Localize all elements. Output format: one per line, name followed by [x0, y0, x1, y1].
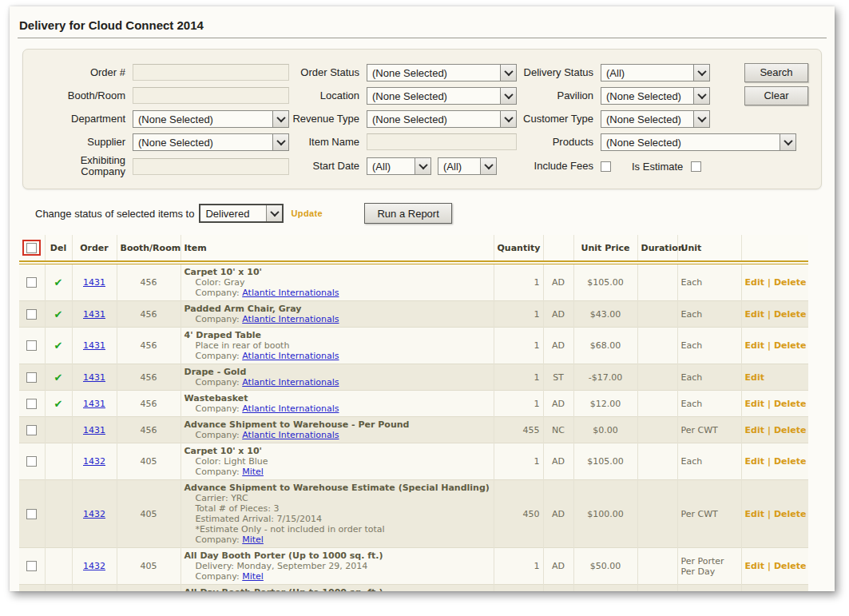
supplier-select[interactable]: (None Selected) [133, 133, 289, 151]
row-select-checkbox[interactable] [26, 277, 37, 288]
department-select[interactable]: (None Selected) [133, 110, 289, 128]
edit-link[interactable]: Edit [745, 425, 764, 435]
select-all-checkbox[interactable] [26, 243, 37, 253]
delete-link[interactable]: Delete [774, 456, 807, 467]
company-link[interactable]: Mitel [242, 535, 264, 545]
order-status-select[interactable]: (None Selected) [367, 64, 517, 81]
customer-type-label: Customer Type [517, 113, 593, 125]
company-link[interactable]: Atlantic Internationals [242, 314, 339, 324]
table-row: 1432405All Day Booth Porter (Up to 1000 … [19, 585, 808, 592]
edit-link[interactable]: Edit [745, 372, 764, 383]
revenue-type-select[interactable]: (None Selected) [367, 110, 517, 128]
order-link[interactable]: 1431 [83, 340, 105, 351]
location-select[interactable]: (None Selected) [367, 87, 517, 105]
order-link[interactable]: 1431 [83, 372, 105, 383]
order-link[interactable]: 1431 [83, 425, 105, 435]
search-button[interactable]: Search [744, 63, 808, 82]
booth-cell: 456 [117, 264, 181, 301]
actions-cell: Edit|Delete [741, 301, 808, 328]
row-select-checkbox[interactable] [26, 340, 37, 351]
item-detail: Delivery: Monday, September 29, 2014 [184, 561, 490, 571]
company-link[interactable]: Atlantic Internationals [242, 403, 339, 414]
action-separator: | [768, 425, 771, 435]
is-estimate-checkbox[interactable] [691, 161, 701, 172]
row-select-checkbox[interactable] [26, 509, 37, 519]
booth-cell: 456 [117, 301, 181, 328]
booth-room-input[interactable] [133, 87, 289, 104]
actions-cell: Edit|Delete [741, 417, 808, 443]
unit-cell: Per CWT [677, 417, 741, 443]
revenue-code-cell: NC [543, 417, 573, 443]
include-fees-checkbox[interactable] [601, 161, 611, 172]
delivery-status-select[interactable]: (All) [601, 64, 710, 81]
run-report-button[interactable]: Run a Report [364, 203, 452, 224]
supplier-label: Supplier [36, 137, 125, 148]
row-select-checkbox[interactable] [26, 561, 37, 571]
order-number-input[interactable] [133, 64, 289, 81]
unit-price-cell: $100.00 [573, 480, 637, 548]
edit-link[interactable]: Edit [745, 309, 764, 320]
exhibiting-company-input[interactable] [133, 158, 289, 175]
edit-link[interactable]: Edit [745, 399, 764, 409]
start-date-month-select[interactable]: (All) [367, 157, 431, 175]
unit-cell: Per Porter Per Day [677, 585, 741, 592]
duration-cell [637, 443, 677, 480]
order-link[interactable]: 1432 [83, 509, 105, 519]
order-link[interactable]: 1432 [83, 456, 105, 467]
company-link[interactable]: Atlantic Internationals [242, 288, 339, 298]
edit-link[interactable]: Edit [745, 340, 764, 351]
is-estimate-label: Is Estimate [632, 161, 683, 173]
order-cell: 1432 [72, 585, 117, 592]
order-cell: 1431 [72, 328, 117, 364]
booth-cell: 405 [117, 480, 181, 548]
action-separator: | [768, 399, 771, 409]
edit-link[interactable]: Edit [745, 509, 764, 519]
delete-link[interactable]: Delete [774, 277, 807, 288]
delete-link[interactable]: Delete [774, 561, 807, 571]
filter-row-4: Supplier (None Selected) Item Name Produ… [23, 130, 821, 153]
unit-price-cell: $68.00 [573, 328, 637, 364]
duration-cell [637, 328, 677, 364]
customer-type-select[interactable]: (None Selected) [601, 110, 710, 128]
products-select[interactable]: (None Selected) [601, 133, 796, 151]
duration-cell [637, 480, 677, 548]
order-link[interactable]: 1431 [83, 399, 105, 409]
row-select-checkbox[interactable] [26, 456, 37, 467]
company-link[interactable]: Atlantic Internationals [242, 351, 339, 361]
row-select-checkbox[interactable] [26, 399, 37, 409]
status-select[interactable]: Delivered [199, 204, 284, 223]
delete-link[interactable]: Delete [774, 425, 807, 435]
col-item: Item [181, 235, 494, 261]
delete-link[interactable]: Delete [774, 309, 807, 320]
booth-cell: 405 [117, 585, 181, 592]
start-date-day-select[interactable]: (All) [438, 157, 497, 175]
order-link[interactable]: 1431 [83, 277, 105, 288]
actions-cell: Edit|Delete [741, 328, 808, 364]
company-link[interactable]: Mitel [242, 467, 264, 477]
action-separator: | [768, 561, 771, 571]
company-link[interactable]: Atlantic Internationals [242, 377, 339, 387]
edit-link[interactable]: Edit [745, 561, 764, 571]
revenue-code-cell: AD [543, 443, 573, 480]
edit-link[interactable]: Edit [745, 277, 764, 288]
pavilion-select[interactable]: (None Selected) [601, 87, 710, 105]
item-title: Padded Arm Chair, Gray [184, 304, 490, 314]
update-link[interactable]: Update [291, 209, 323, 218]
row-select-checkbox[interactable] [26, 309, 37, 320]
delete-link[interactable]: Delete [774, 509, 807, 519]
order-link[interactable]: 1431 [83, 309, 105, 320]
order-link[interactable]: 1432 [83, 561, 105, 571]
col-booth: Booth/Room [117, 235, 181, 261]
delivered-cell: ✔ [45, 391, 72, 417]
actions-cell: Edit|Delete [741, 391, 808, 417]
delivered-cell: ✔ [45, 301, 72, 328]
delete-link[interactable]: Delete [774, 399, 807, 409]
edit-link[interactable]: Edit [745, 456, 764, 467]
row-select-checkbox[interactable] [26, 425, 37, 435]
delete-link[interactable]: Delete [774, 340, 807, 351]
item-name-input[interactable] [367, 133, 517, 150]
company-link[interactable]: Mitel [242, 571, 264, 582]
row-select-checkbox[interactable] [26, 372, 37, 383]
clear-button[interactable]: Clear [744, 86, 808, 105]
company-link[interactable]: Atlantic Internationals [242, 430, 339, 440]
